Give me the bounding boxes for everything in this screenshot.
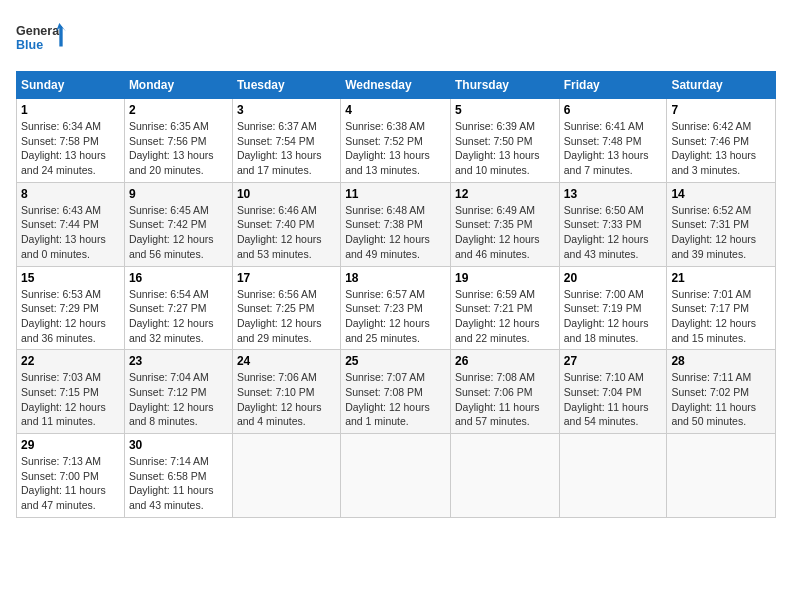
day-info: Sunrise: 7:04 AM Sunset: 7:12 PM Dayligh… — [129, 370, 228, 429]
calendar-cell: 29Sunrise: 7:13 AM Sunset: 7:00 PM Dayli… — [17, 434, 125, 518]
calendar-cell: 4Sunrise: 6:38 AM Sunset: 7:52 PM Daylig… — [341, 99, 451, 183]
calendar-cell: 18Sunrise: 6:57 AM Sunset: 7:23 PM Dayli… — [341, 266, 451, 350]
calendar-cell: 2Sunrise: 6:35 AM Sunset: 7:56 PM Daylig… — [124, 99, 232, 183]
day-info: Sunrise: 7:14 AM Sunset: 6:58 PM Dayligh… — [129, 454, 228, 513]
calendar-week-3: 15Sunrise: 6:53 AM Sunset: 7:29 PM Dayli… — [17, 266, 776, 350]
day-info: Sunrise: 7:00 AM Sunset: 7:19 PM Dayligh… — [564, 287, 663, 346]
calendar-cell: 5Sunrise: 6:39 AM Sunset: 7:50 PM Daylig… — [450, 99, 559, 183]
day-info: Sunrise: 6:35 AM Sunset: 7:56 PM Dayligh… — [129, 119, 228, 178]
day-info: Sunrise: 6:39 AM Sunset: 7:50 PM Dayligh… — [455, 119, 555, 178]
day-info: Sunrise: 6:59 AM Sunset: 7:21 PM Dayligh… — [455, 287, 555, 346]
calendar-cell: 11Sunrise: 6:48 AM Sunset: 7:38 PM Dayli… — [341, 182, 451, 266]
calendar-cell: 27Sunrise: 7:10 AM Sunset: 7:04 PM Dayli… — [559, 350, 667, 434]
calendar-cell: 22Sunrise: 7:03 AM Sunset: 7:15 PM Dayli… — [17, 350, 125, 434]
day-number: 27 — [564, 354, 663, 368]
calendar-cell: 9Sunrise: 6:45 AM Sunset: 7:42 PM Daylig… — [124, 182, 232, 266]
col-header-thursday: Thursday — [450, 72, 559, 99]
calendar-cell: 30Sunrise: 7:14 AM Sunset: 6:58 PM Dayli… — [124, 434, 232, 518]
day-number: 7 — [671, 103, 771, 117]
day-info: Sunrise: 6:57 AM Sunset: 7:23 PM Dayligh… — [345, 287, 446, 346]
day-number: 3 — [237, 103, 336, 117]
calendar-cell: 15Sunrise: 6:53 AM Sunset: 7:29 PM Dayli… — [17, 266, 125, 350]
day-number: 13 — [564, 187, 663, 201]
calendar-cell: 10Sunrise: 6:46 AM Sunset: 7:40 PM Dayli… — [232, 182, 340, 266]
logo: General Blue — [16, 16, 66, 61]
day-info: Sunrise: 6:41 AM Sunset: 7:48 PM Dayligh… — [564, 119, 663, 178]
day-number: 14 — [671, 187, 771, 201]
day-number: 22 — [21, 354, 120, 368]
day-info: Sunrise: 6:45 AM Sunset: 7:42 PM Dayligh… — [129, 203, 228, 262]
day-info: Sunrise: 7:03 AM Sunset: 7:15 PM Dayligh… — [21, 370, 120, 429]
logo-svg: General Blue — [16, 16, 66, 61]
col-header-friday: Friday — [559, 72, 667, 99]
day-number: 24 — [237, 354, 336, 368]
day-info: Sunrise: 6:38 AM Sunset: 7:52 PM Dayligh… — [345, 119, 446, 178]
day-number: 11 — [345, 187, 446, 201]
day-info: Sunrise: 7:07 AM Sunset: 7:08 PM Dayligh… — [345, 370, 446, 429]
calendar-cell: 24Sunrise: 7:06 AM Sunset: 7:10 PM Dayli… — [232, 350, 340, 434]
calendar-cell — [667, 434, 776, 518]
day-info: Sunrise: 6:48 AM Sunset: 7:38 PM Dayligh… — [345, 203, 446, 262]
day-number: 16 — [129, 271, 228, 285]
calendar-cell — [341, 434, 451, 518]
calendar-week-5: 29Sunrise: 7:13 AM Sunset: 7:00 PM Dayli… — [17, 434, 776, 518]
day-number: 20 — [564, 271, 663, 285]
day-number: 2 — [129, 103, 228, 117]
day-number: 8 — [21, 187, 120, 201]
day-number: 5 — [455, 103, 555, 117]
day-number: 6 — [564, 103, 663, 117]
day-info: Sunrise: 7:06 AM Sunset: 7:10 PM Dayligh… — [237, 370, 336, 429]
calendar-cell: 17Sunrise: 6:56 AM Sunset: 7:25 PM Dayli… — [232, 266, 340, 350]
calendar-cell: 6Sunrise: 6:41 AM Sunset: 7:48 PM Daylig… — [559, 99, 667, 183]
day-number: 23 — [129, 354, 228, 368]
col-header-tuesday: Tuesday — [232, 72, 340, 99]
day-info: Sunrise: 6:50 AM Sunset: 7:33 PM Dayligh… — [564, 203, 663, 262]
day-info: Sunrise: 6:37 AM Sunset: 7:54 PM Dayligh… — [237, 119, 336, 178]
svg-text:Blue: Blue — [16, 38, 43, 52]
day-info: Sunrise: 7:13 AM Sunset: 7:00 PM Dayligh… — [21, 454, 120, 513]
calendar-cell — [450, 434, 559, 518]
day-number: 25 — [345, 354, 446, 368]
calendar-cell: 25Sunrise: 7:07 AM Sunset: 7:08 PM Dayli… — [341, 350, 451, 434]
day-info: Sunrise: 6:46 AM Sunset: 7:40 PM Dayligh… — [237, 203, 336, 262]
day-info: Sunrise: 6:34 AM Sunset: 7:58 PM Dayligh… — [21, 119, 120, 178]
calendar-cell: 8Sunrise: 6:43 AM Sunset: 7:44 PM Daylig… — [17, 182, 125, 266]
calendar-cell: 12Sunrise: 6:49 AM Sunset: 7:35 PM Dayli… — [450, 182, 559, 266]
day-number: 19 — [455, 271, 555, 285]
calendar-week-1: 1Sunrise: 6:34 AM Sunset: 7:58 PM Daylig… — [17, 99, 776, 183]
day-info: Sunrise: 6:42 AM Sunset: 7:46 PM Dayligh… — [671, 119, 771, 178]
day-number: 29 — [21, 438, 120, 452]
col-header-sunday: Sunday — [17, 72, 125, 99]
day-info: Sunrise: 7:08 AM Sunset: 7:06 PM Dayligh… — [455, 370, 555, 429]
calendar-cell — [232, 434, 340, 518]
col-header-saturday: Saturday — [667, 72, 776, 99]
calendar-week-4: 22Sunrise: 7:03 AM Sunset: 7:15 PM Dayli… — [17, 350, 776, 434]
day-info: Sunrise: 6:53 AM Sunset: 7:29 PM Dayligh… — [21, 287, 120, 346]
calendar-cell: 19Sunrise: 6:59 AM Sunset: 7:21 PM Dayli… — [450, 266, 559, 350]
calendar-cell: 23Sunrise: 7:04 AM Sunset: 7:12 PM Dayli… — [124, 350, 232, 434]
col-header-wednesday: Wednesday — [341, 72, 451, 99]
calendar-week-2: 8Sunrise: 6:43 AM Sunset: 7:44 PM Daylig… — [17, 182, 776, 266]
calendar-cell: 13Sunrise: 6:50 AM Sunset: 7:33 PM Dayli… — [559, 182, 667, 266]
col-header-monday: Monday — [124, 72, 232, 99]
svg-text:General: General — [16, 24, 63, 38]
day-info: Sunrise: 7:10 AM Sunset: 7:04 PM Dayligh… — [564, 370, 663, 429]
day-info: Sunrise: 6:43 AM Sunset: 7:44 PM Dayligh… — [21, 203, 120, 262]
day-info: Sunrise: 6:49 AM Sunset: 7:35 PM Dayligh… — [455, 203, 555, 262]
calendar-cell: 7Sunrise: 6:42 AM Sunset: 7:46 PM Daylig… — [667, 99, 776, 183]
day-info: Sunrise: 7:11 AM Sunset: 7:02 PM Dayligh… — [671, 370, 771, 429]
calendar-cell: 20Sunrise: 7:00 AM Sunset: 7:19 PM Dayli… — [559, 266, 667, 350]
day-number: 15 — [21, 271, 120, 285]
calendar-cell — [559, 434, 667, 518]
day-number: 1 — [21, 103, 120, 117]
day-info: Sunrise: 6:56 AM Sunset: 7:25 PM Dayligh… — [237, 287, 336, 346]
day-info: Sunrise: 6:52 AM Sunset: 7:31 PM Dayligh… — [671, 203, 771, 262]
calendar-cell: 14Sunrise: 6:52 AM Sunset: 7:31 PM Dayli… — [667, 182, 776, 266]
day-number: 4 — [345, 103, 446, 117]
day-number: 18 — [345, 271, 446, 285]
day-number: 30 — [129, 438, 228, 452]
calendar-cell: 3Sunrise: 6:37 AM Sunset: 7:54 PM Daylig… — [232, 99, 340, 183]
day-number: 9 — [129, 187, 228, 201]
day-number: 28 — [671, 354, 771, 368]
day-number: 10 — [237, 187, 336, 201]
